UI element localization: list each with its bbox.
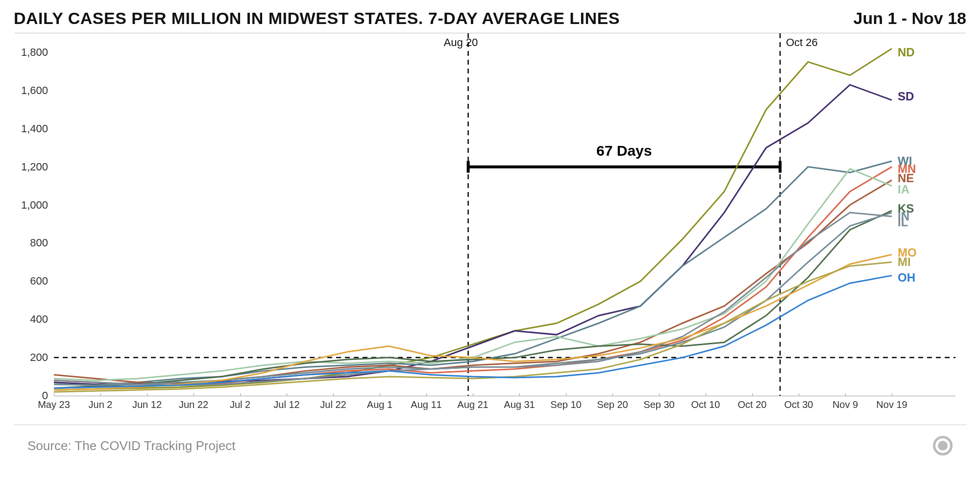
- chart-title: DAILY CASES PER MILLION IN MIDWEST STATE…: [14, 9, 620, 28]
- chart-area: 02004006008001,0001,2001,4001,6001,800 A…: [15, 33, 965, 415]
- y-tick: 200: [30, 351, 48, 364]
- chart-date-range: Jun 1 - Nov 18: [853, 9, 966, 28]
- y-tick: 1,600: [21, 84, 48, 97]
- x-tick: Jul 12: [273, 399, 299, 410]
- y-tick: 400: [30, 313, 48, 326]
- logo-icon: [933, 436, 953, 455]
- plot-area: Aug 20Oct 2667 Days NDSDWIMNNEIAKSINILMO…: [54, 33, 956, 396]
- series-label-ND: ND: [898, 46, 915, 59]
- series-ND: [54, 48, 892, 390]
- annotation-label: 67 Days: [596, 143, 652, 159]
- x-tick: Oct 30: [784, 399, 813, 410]
- series-SD: [54, 85, 892, 384]
- chart-header: DAILY CASES PER MILLION IN MIDWEST STATE…: [0, 0, 980, 33]
- series-MO: [54, 255, 892, 390]
- x-tick: Aug 21: [457, 399, 488, 410]
- series-label-OH: OH: [898, 271, 915, 285]
- x-tick: Aug 1: [367, 399, 392, 410]
- x-tick: Sep 30: [643, 399, 674, 410]
- x-tick: Jul 2: [230, 399, 250, 410]
- plot-svg: [54, 33, 956, 396]
- x-tick: Jun 2: [89, 399, 113, 410]
- series-IA: [54, 169, 892, 381]
- series-label-SD: SD: [898, 90, 914, 103]
- y-tick: 800: [30, 237, 48, 249]
- x-tick: Jun 22: [179, 399, 208, 410]
- x-tick: Sep 10: [550, 399, 581, 410]
- y-tick: 1,200: [21, 161, 48, 173]
- series-label-MI: MI: [898, 255, 911, 269]
- x-tick: Jun 12: [132, 399, 162, 410]
- y-tick: 600: [30, 275, 48, 287]
- x-tick: May 23: [38, 399, 70, 410]
- x-tick: Jul 22: [320, 399, 346, 410]
- source-text: Source: The COVID Tracking Project: [27, 438, 235, 454]
- x-tick: Aug 11: [411, 399, 441, 410]
- x-tick: Nov 19: [876, 399, 907, 410]
- x-tick: Sep 20: [597, 399, 628, 410]
- series-label-IA: IA: [898, 183, 909, 196]
- series-label-IL: IL: [898, 215, 908, 229]
- x-axis: May 23Jun 2Jun 12Jun 22Jul 2Jul 12Jul 22…: [54, 396, 956, 415]
- chart-footer: Source: The COVID Tracking Project: [14, 425, 966, 455]
- x-tick: Nov 9: [833, 399, 858, 410]
- annotation-label: Oct 26: [786, 36, 818, 49]
- series-MN: [54, 167, 892, 385]
- y-tick: 1,400: [21, 122, 48, 135]
- y-tick: 1,000: [21, 199, 48, 212]
- annotation-label: Aug 20: [444, 36, 478, 49]
- y-tick: 1,800: [21, 46, 48, 59]
- y-axis: 02004006008001,0001,2001,4001,6001,800: [15, 33, 54, 396]
- x-tick: Oct 10: [691, 399, 720, 410]
- x-tick: Aug 31: [504, 399, 535, 410]
- x-tick: Oct 20: [738, 399, 767, 410]
